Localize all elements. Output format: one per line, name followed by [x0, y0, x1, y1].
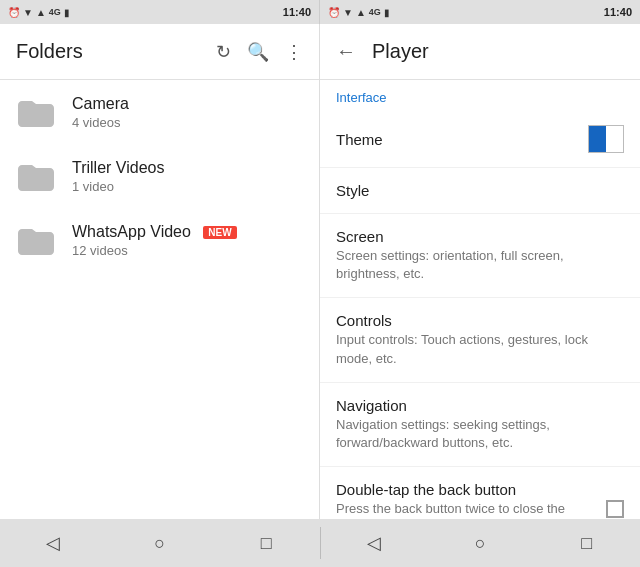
folder-svg-camera	[18, 97, 54, 127]
screen-subtitle: Screen settings: orientation, full scree…	[336, 247, 624, 283]
folder-list: Camera 4 videos Triller Videos 1 video	[0, 80, 319, 519]
alarm-icon-right: ⏰	[328, 7, 340, 18]
settings-item-controls-text: Controls Input controls: Touch actions, …	[336, 312, 624, 367]
settings-item-style[interactable]: Style	[320, 168, 640, 214]
main-panels: Folders ↻ 🔍 ⋮ Camera 4 videos	[0, 24, 640, 519]
settings-item-theme[interactable]: Theme	[320, 111, 640, 168]
right-status-icons: ⏰ ▼ ▲ 4G ▮	[328, 7, 390, 18]
folder-icon-whatsapp	[16, 220, 56, 260]
folders-header: Folders ↻ 🔍 ⋮	[0, 24, 319, 80]
settings-list: Interface Theme Style Screen	[320, 80, 640, 519]
search-icon[interactable]: 🔍	[247, 41, 269, 63]
folder-name-camera: Camera	[72, 95, 303, 113]
folder-item-camera[interactable]: Camera 4 videos	[0, 80, 319, 144]
settings-item-screen-text: Screen Screen settings: orientation, ful…	[336, 228, 624, 283]
settings-item-theme-text: Theme	[336, 131, 576, 148]
doubletap-title: Double-tap the back button	[336, 481, 594, 498]
folder-svg-triller	[18, 161, 54, 191]
battery-icon-right: ▮	[384, 7, 390, 18]
left-back-button[interactable]: ◁	[33, 532, 73, 554]
battery-icon-left: ▮	[64, 7, 70, 18]
section-interface-label: Interface	[320, 80, 640, 111]
folder-name-whatsapp: WhatsApp Video NEW	[72, 223, 303, 241]
right-recents-button[interactable]: □	[567, 533, 607, 554]
folder-count-whatsapp: 12 videos	[72, 243, 303, 258]
folder-info-triller: Triller Videos 1 video	[72, 159, 303, 194]
wifi-icon-left: ▼	[23, 7, 33, 18]
time-left: 11:40	[283, 6, 311, 18]
data-icon-left: 4G	[49, 7, 61, 17]
screen-title: Screen	[336, 228, 624, 245]
controls-subtitle: Input controls: Touch actions, gestures,…	[336, 331, 624, 367]
theme-swatch-container	[588, 125, 624, 153]
folder-icon-camera	[16, 92, 56, 132]
left-bottom-nav: ◁ ○ □	[0, 519, 320, 567]
right-home-button[interactable]: ○	[460, 533, 500, 554]
left-home-button[interactable]: ○	[140, 533, 180, 554]
dual-status-bar: ⏰ ▼ ▲ 4G ▮ 11:40 ⏰ ▼ ▲ 4G ▮ 11:40	[0, 0, 640, 24]
folder-count-camera: 4 videos	[72, 115, 303, 130]
folder-svg-whatsapp	[18, 225, 54, 255]
right-back-button[interactable]: ◁	[354, 532, 394, 554]
controls-title: Controls	[336, 312, 624, 329]
new-badge-whatsapp: NEW	[203, 226, 236, 239]
header-icons: ↻ 🔍 ⋮	[216, 41, 303, 63]
doubletap-subtitle: Press the back button twice to close the…	[336, 500, 594, 519]
settings-item-navigation[interactable]: Navigation Navigation settings: seeking …	[320, 383, 640, 467]
right-bottom-nav: ◁ ○ □	[321, 519, 641, 567]
folders-title: Folders	[16, 40, 216, 63]
left-recents-button[interactable]: □	[246, 533, 286, 554]
more-icon[interactable]: ⋮	[285, 41, 303, 63]
wifi-icon-right: ▼	[343, 7, 353, 18]
doubletap-checkbox-container	[606, 500, 624, 518]
folder-count-triller: 1 video	[72, 179, 303, 194]
folder-info-camera: Camera 4 videos	[72, 95, 303, 130]
folder-item-triller[interactable]: Triller Videos 1 video	[0, 144, 319, 208]
back-button[interactable]: ←	[336, 40, 356, 63]
left-status-icons: ⏰ ▼ ▲ 4G ▮	[8, 7, 70, 18]
settings-item-style-text: Style	[336, 182, 624, 199]
folder-info-whatsapp: WhatsApp Video NEW 12 videos	[72, 223, 303, 258]
left-panel: Folders ↻ 🔍 ⋮ Camera 4 videos	[0, 24, 320, 519]
settings-item-doubletap[interactable]: Double-tap the back button Press the bac…	[320, 467, 640, 519]
settings-item-screen[interactable]: Screen Screen settings: orientation, ful…	[320, 214, 640, 298]
alarm-icon-left: ⏰	[8, 7, 20, 18]
right-panel: ← Player Interface Theme Style	[320, 24, 640, 519]
player-header: ← Player	[320, 24, 640, 80]
signal-icon-left: ▲	[36, 7, 46, 18]
folder-name-triller: Triller Videos	[72, 159, 303, 177]
theme-swatch	[588, 125, 624, 153]
style-title: Style	[336, 182, 624, 199]
settings-item-controls[interactable]: Controls Input controls: Touch actions, …	[320, 298, 640, 382]
signal-icon-right: ▲	[356, 7, 366, 18]
data-icon-right: 4G	[369, 7, 381, 17]
settings-item-doubletap-text: Double-tap the back button Press the bac…	[336, 481, 594, 519]
doubletap-checkbox[interactable]	[606, 500, 624, 518]
right-status-bar: ⏰ ▼ ▲ 4G ▮ 11:40	[320, 0, 640, 24]
navigation-title: Navigation	[336, 397, 624, 414]
theme-title: Theme	[336, 131, 576, 148]
navigation-subtitle: Navigation settings: seeking settings, f…	[336, 416, 624, 452]
settings-item-navigation-text: Navigation Navigation settings: seeking …	[336, 397, 624, 452]
time-right: 11:40	[604, 6, 632, 18]
left-status-bar: ⏰ ▼ ▲ 4G ▮ 11:40	[0, 0, 320, 24]
refresh-icon[interactable]: ↻	[216, 41, 231, 63]
folder-item-whatsapp[interactable]: WhatsApp Video NEW 12 videos	[0, 208, 319, 272]
player-title: Player	[372, 40, 429, 63]
folder-icon-triller	[16, 156, 56, 196]
bottom-navigation: ◁ ○ □ ◁ ○ □	[0, 519, 640, 567]
